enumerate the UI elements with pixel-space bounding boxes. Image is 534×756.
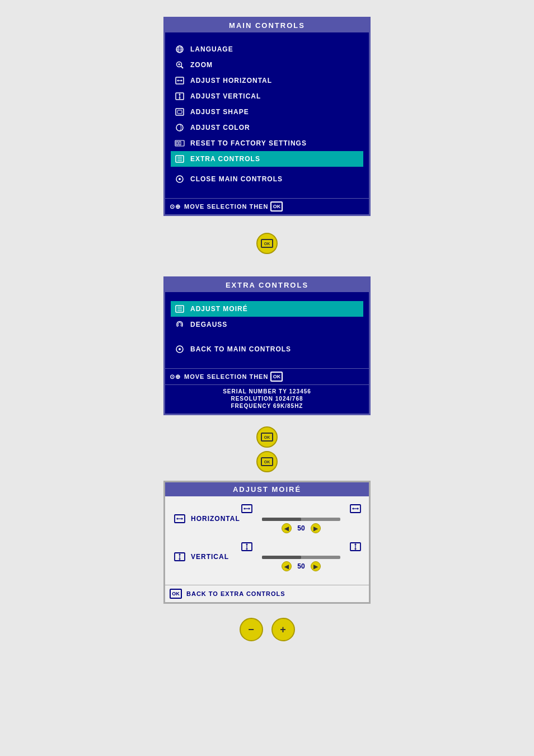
menu-item-adjust-vertical[interactable]: ADJUST VERTICAL	[171, 88, 363, 104]
svg-marker-46	[358, 508, 359, 510]
menu-item-extra-controls[interactable]: EXTRA CONTROLS	[171, 151, 363, 167]
footer-move-text-extra: MOVE SELECTION THEN	[184, 373, 268, 380]
frequency: FREQUENCY 69K/85HZ	[172, 403, 362, 409]
adjust-shape-label: ADJUST SHAPE	[190, 108, 249, 116]
language-icon	[174, 43, 186, 55]
vertical-slider-fill	[262, 556, 301, 559]
back-extra-label: BACK TO EXTRA CONTROLS	[186, 590, 285, 597]
menu-item-adjust-color[interactable]: ADJUST COLOR	[171, 120, 363, 135]
vertical-icon	[174, 90, 186, 102]
adjust-moire-label: ADJUST MOIRÉ	[190, 305, 248, 313]
horizontal-value-row: ◀ 50 ▶	[282, 523, 320, 533]
vertical-slider-area: ◀ 50 ▶	[241, 556, 361, 571]
horizontal-decrease-btn[interactable]: ◀	[282, 523, 292, 533]
extra-controls-title: EXTRA CONTROLS	[165, 278, 369, 292]
ok-button-extra-footer[interactable]: OK	[270, 372, 283, 382]
ok-yellow-button-2[interactable]: OK	[256, 426, 278, 448]
moire-icon	[174, 303, 186, 315]
vertical-left-icon	[241, 542, 252, 553]
main-controls-title: MAIN CONTROLS	[165, 18, 369, 32]
svg-marker-42	[249, 508, 251, 510]
close-main-label: CLOSE MAIN CONTROLS	[190, 175, 283, 183]
plus-button[interactable]: +	[271, 618, 295, 641]
bottom-control-buttons: − +	[240, 618, 295, 641]
svg-marker-11	[177, 79, 179, 82]
extra-controls-panel: EXTRA CONTROLS ADJUST MOIRÉ	[163, 276, 371, 415]
adjust-color-label: ADJUST COLOR	[190, 124, 250, 132]
extra-controls-footer: ⊙⊕ MOVE SELECTION THEN OK	[165, 368, 369, 384]
svg-marker-15	[179, 93, 181, 95]
menu-item-language[interactable]: LANGUAGE	[171, 41, 363, 57]
adjust-horizontal-label: ADJUST HORIZONTAL	[190, 77, 272, 84]
svg-rect-22	[179, 142, 181, 145]
vertical-right-icon	[350, 542, 361, 553]
serial-info-block: SERIAL NUMBER TY 123456 RESOLUTION 1024/…	[165, 384, 369, 414]
svg-rect-18	[177, 110, 182, 114]
svg-marker-50	[179, 559, 181, 561]
menu-item-zoom[interactable]: ZOOM	[171, 57, 363, 73]
vertical-slider-track[interactable]	[262, 556, 340, 559]
vertical-row: VERTICAL	[171, 539, 363, 575]
svg-marker-41	[243, 508, 245, 510]
adjust-moire-title: ADJUST MOIRÉ	[165, 482, 369, 496]
vertical-value-row: ◀ 50 ▶	[282, 561, 320, 571]
moire-footer: OK BACK TO EXTRA CONTROLS	[165, 585, 369, 602]
ok-yellow-button-3[interactable]: OK	[256, 451, 278, 472]
main-controls-panel: MAIN CONTROLS LANGUAGE	[163, 17, 371, 216]
ok-button-footer[interactable]: OK	[270, 201, 283, 212]
close-main-icon	[174, 173, 186, 185]
horizontal-left-icon	[241, 504, 252, 515]
svg-line-6	[181, 67, 184, 69]
factory-icon	[174, 137, 186, 149]
horizontal-row: HORIZONTAL	[171, 501, 363, 537]
vertical-value: 50	[297, 562, 305, 570]
zoom-icon	[174, 59, 186, 71]
horizontal-value: 50	[297, 524, 305, 532]
ok-button-area-1: OK	[254, 233, 280, 254]
reset-factory-label: RESET TO FACTORY SETTINGS	[190, 139, 307, 147]
moire-spacer	[171, 577, 363, 580]
horizontal-slider-track[interactable]	[262, 518, 340, 521]
svg-rect-17	[176, 109, 184, 115]
svg-marker-45	[352, 508, 354, 510]
horizontal-increase-btn[interactable]: ▶	[311, 523, 321, 533]
vertical-label: VERTICAL	[191, 553, 241, 561]
back-main-icon	[174, 343, 186, 355]
horizontal-right-icon	[350, 504, 361, 515]
menu-item-adjust-moire[interactable]: ADJUST MOIRÉ	[171, 301, 363, 317]
ok-yellow-button-1[interactable]: OK	[256, 233, 278, 254]
extra-controls-label: EXTRA CONTROLS	[190, 155, 260, 163]
nav-icon-up: ⊙⊕	[170, 203, 181, 210]
svg-marker-53	[246, 543, 248, 545]
svg-marker-58	[354, 549, 357, 551]
horizontal-moire-icon	[173, 512, 186, 525]
menu-item-adjust-horizontal[interactable]: ADJUST HORIZONTAL	[171, 73, 363, 88]
svg-rect-21	[176, 142, 178, 145]
menu-item-back-main[interactable]: BACK TO MAIN CONTROLS	[171, 341, 363, 357]
menu-item-reset-factory[interactable]: RESET TO FACTORY SETTINGS	[171, 135, 363, 151]
horizontal-icon-row	[241, 504, 361, 515]
language-label: LANGUAGE	[190, 45, 233, 53]
horizontal-slider-fill	[262, 518, 301, 521]
nav-icon-extra: ⊙⊕	[170, 373, 181, 381]
adjust-moire-panel: ADJUST MOIRÉ HORIZONTAL	[163, 481, 371, 604]
vertical-decrease-btn[interactable]: ◀	[282, 561, 292, 571]
color-icon	[174, 121, 186, 134]
svg-marker-57	[354, 543, 357, 545]
svg-marker-16	[179, 98, 181, 100]
menu-item-adjust-shape[interactable]: ADJUST SHAPE	[171, 104, 363, 120]
horizontal-icon	[174, 74, 186, 87]
svg-marker-12	[181, 79, 183, 82]
vertical-moire-icon	[173, 550, 186, 564]
vertical-increase-btn[interactable]: ▶	[311, 561, 321, 571]
degauss-label: DEGAUSS	[190, 321, 227, 328]
resolution: RESOLUTION 1024/768	[172, 396, 362, 402]
menu-item-close-main[interactable]: CLOSE MAIN CONTROLS	[171, 171, 363, 187]
minus-button[interactable]: −	[240, 618, 263, 641]
main-controls-footer: ⊙⊕ MOVE SELECTION THEN OK	[165, 198, 369, 214]
menu-item-degauss[interactable]: DEGAUSS	[171, 317, 363, 332]
svg-marker-49	[179, 553, 181, 555]
horizontal-label: HORIZONTAL	[191, 515, 241, 523]
svg-marker-38	[182, 518, 184, 520]
serial-number: SERIAL NUMBER TY 123456	[172, 388, 362, 395]
